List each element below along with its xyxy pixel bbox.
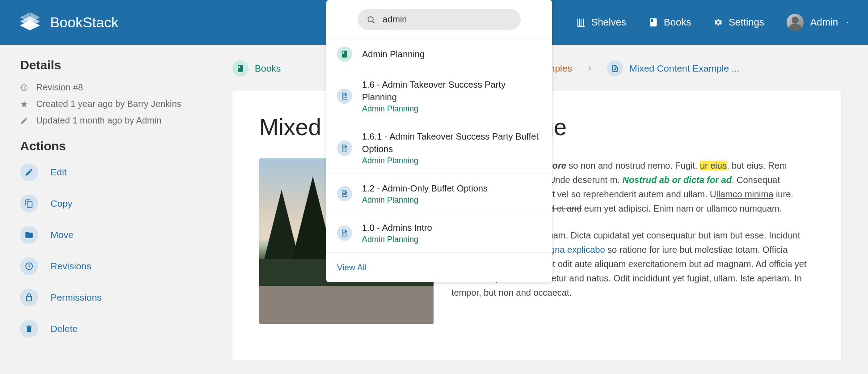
sidebar: Details Revision #8 Created 1 year ago b… <box>0 45 232 374</box>
action-move[interactable]: Move <box>20 226 212 244</box>
crumb-books[interactable]: Books <box>232 60 281 76</box>
action-revisions[interactable]: Revisions <box>20 257 212 275</box>
pencil-icon <box>20 117 28 125</box>
history-icon <box>20 84 28 92</box>
header-nav: Shelves Books Settings Admin <box>576 14 850 31</box>
search-result-page[interactable]: 1.2 - Admin-Only Buffet Options Admin Pl… <box>326 174 552 213</box>
book-icon <box>232 60 249 76</box>
search-result-page[interactable]: 1.6.1 - Admin Takeover Success Party Buf… <box>326 122 552 174</box>
shelves-icon <box>576 17 586 27</box>
trash-icon <box>20 320 38 338</box>
action-permissions[interactable]: Permissions <box>20 289 212 306</box>
logo[interactable]: BookStack <box>18 10 118 34</box>
history-icon <box>20 257 38 275</box>
nav-books[interactable]: Books <box>649 17 691 28</box>
details-heading: Details <box>20 58 212 72</box>
app-name: BookStack <box>50 14 118 31</box>
search-input[interactable] <box>383 14 512 25</box>
view-all-link[interactable]: View All <box>326 252 552 282</box>
detail-updated: Updated 1 month ago by Admin <box>20 115 212 126</box>
search-icon <box>367 15 375 24</box>
book-icon <box>337 47 352 62</box>
bookstack-logo-icon <box>18 10 42 34</box>
pencil-icon <box>20 163 38 181</box>
svg-marker-1 <box>264 190 299 261</box>
search-result-page[interactable]: 1.6 - Admin Takeover Success Party Plann… <box>326 70 552 122</box>
user-menu[interactable]: Admin <box>787 14 850 31</box>
copy-icon <box>20 195 38 212</box>
chevron-down-icon <box>845 20 850 25</box>
detail-created: Created 1 year ago by Barry Jenkins <box>20 99 212 109</box>
book-icon <box>649 17 658 27</box>
lock-icon <box>20 289 38 306</box>
action-edit[interactable]: Edit <box>20 163 212 181</box>
avatar <box>787 14 804 31</box>
page-icon <box>337 186 352 201</box>
search-result-book[interactable]: Admin Planning <box>326 38 552 70</box>
gear-icon <box>713 17 723 27</box>
svg-rect-6 <box>259 284 434 324</box>
action-delete[interactable]: Delete <box>20 320 212 338</box>
chevron-right-icon <box>586 64 594 72</box>
nav-shelves[interactable]: Shelves <box>576 17 626 28</box>
page-icon <box>607 60 623 76</box>
search-dropdown: Admin Planning 1.6 - Admin Takeover Succ… <box>326 0 552 282</box>
page-icon <box>337 89 352 104</box>
svg-point-0 <box>368 17 373 22</box>
search-box[interactable] <box>358 9 521 30</box>
search-result-page[interactable]: 1.0 - Admins Intro Admin Planning <box>326 213 552 252</box>
folder-icon <box>20 226 38 244</box>
crumb-page[interactable]: Mixed Content Example ... <box>607 60 739 76</box>
nav-settings[interactable]: Settings <box>713 17 764 28</box>
page-icon <box>337 225 352 241</box>
page-icon <box>337 140 352 156</box>
detail-revision: Revision #8 <box>20 82 212 93</box>
star-icon <box>20 100 28 108</box>
action-copy[interactable]: Copy <box>20 195 212 212</box>
actions-heading: Actions <box>20 139 212 153</box>
